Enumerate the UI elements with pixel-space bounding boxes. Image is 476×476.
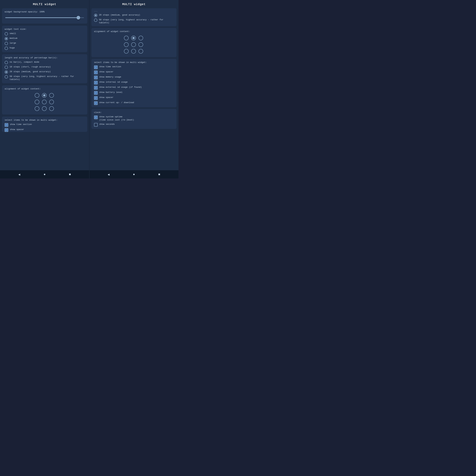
slider-fill [5,17,78,18]
chk-battery-level-box[interactable] [94,91,98,95]
slider-track [5,17,84,18]
clock-card: clock: show system uptime(time since las… [91,109,177,129]
radio-50-steps-circle[interactable] [5,75,8,79]
radio-no-bar-circle[interactable] [5,61,8,64]
chk-external-sd-box[interactable] [94,86,98,90]
right-radio-20-steps[interactable]: 20 steps (medium, good accuracy) [94,14,174,17]
chk-spacer1-right[interactable]: show spacer [94,70,174,74]
chk-system-uptime[interactable]: show system uptime(time since last (re-)… [94,115,174,121]
radio-medium-circle[interactable] [5,37,8,40]
right-back-button[interactable]: ◀ [106,171,112,177]
radio-50-steps-label: 50 steps (very long, highest accuracy - … [10,75,85,81]
chk-current-download[interactable]: show current up- / download [94,101,174,105]
right-align-r2c0[interactable] [124,49,129,53]
radio-small-label: small [10,32,16,35]
left-title: MULTI widget [2,3,87,6]
chk-spacer2-right-box[interactable] [94,96,98,100]
right-nav: ◀ ● ■ [89,170,179,178]
left-accuracy-card: length and accuracy of percentage bar(s)… [2,54,87,83]
chk-time-section-right-label: show time section [99,65,121,68]
chk-external-sd[interactable]: show external sd usage (if found) [94,86,174,90]
align-r0c1[interactable] [42,93,47,98]
chk-memory-usage-label: show memory usage [99,76,121,79]
chk-time-section-right-box[interactable] [94,66,98,69]
radio-20-steps-circle[interactable] [5,70,8,74]
right-radio-50-steps[interactable]: 50 steps (very long, highest accuracy - … [94,18,174,24]
chk-internal-sd-label: show internal sd usage [99,81,128,84]
chk-time-section-right[interactable]: show time section [94,65,174,69]
clock-label: clock: [94,111,174,114]
right-align-r2c1[interactable] [131,49,136,53]
right-align-r2c2[interactable] [138,49,143,53]
align-r1c1[interactable] [42,100,47,104]
chk-show-seconds[interactable]: show seconds [94,123,174,127]
right-align-r0c2[interactable] [138,36,143,40]
right-recents-button[interactable]: ■ [156,171,162,177]
text-size-label: widget text size: [5,28,85,30]
radio-huge[interactable]: huge [5,47,85,50]
align-r2c1[interactable] [42,106,47,111]
align-r1c0[interactable] [35,100,39,104]
radio-50-steps[interactable]: 50 steps (very long, highest accuracy - … [5,75,85,81]
left-home-button[interactable]: ● [42,171,48,177]
chk-battery-level[interactable]: show battery level [94,91,174,95]
radio-no-bar-label: no bar(s), compact mode [10,61,39,64]
left-recents-button[interactable]: ■ [67,171,73,177]
align-r2c2[interactable] [49,106,54,111]
radio-large[interactable]: large [5,42,85,45]
nav-bar: ◀ ● ■ ◀ ● ■ [0,170,178,178]
chk-system-uptime-box[interactable] [94,116,98,119]
left-items-checkbox-group: show time section show spacer [5,123,85,132]
chk-show-seconds-label: show seconds [99,123,115,126]
radio-medium[interactable]: medium [5,37,85,40]
right-items-card: select items to be shown in multi widget… [91,59,177,107]
chk-spacer1-right-label: show spacer [99,70,114,73]
opacity-slider-container[interactable] [5,15,85,21]
right-alignment-label: alignment of widget content: [94,30,174,33]
chk-internal-sd-box[interactable] [94,81,98,85]
right-radio-20-steps-circle[interactable] [94,14,97,17]
align-r0c2[interactable] [49,93,54,98]
clock-checkbox-group: show system uptime(time since last (re-)… [94,115,174,126]
radio-20-steps[interactable]: 20 steps (medium, good accuracy) [5,70,85,74]
chk-memory-usage-box[interactable] [94,76,98,79]
chk-show-seconds-box[interactable] [94,123,98,127]
chk-battery-level-label: show battery level [99,91,122,94]
slider-thumb[interactable] [77,16,80,19]
chk-spacer1-right-box[interactable] [94,70,98,74]
radio-small-circle[interactable] [5,32,8,35]
align-r0c0[interactable] [35,93,39,98]
left-accuracy-radio-group: no bar(s), compact mode 10 steps (short,… [5,61,85,81]
radio-no-bar[interactable]: no bar(s), compact mode [5,61,85,64]
chk-current-download-box[interactable] [94,101,98,105]
chk-time-section-left-box[interactable] [5,123,8,127]
radio-small[interactable]: small [5,32,85,35]
radio-large-label: large [10,42,16,45]
right-align-r0c1[interactable] [131,36,136,40]
left-alignment-card: alignment of widget content: [2,85,87,115]
right-align-r0c0[interactable] [124,36,129,40]
radio-huge-circle[interactable] [5,47,8,50]
right-items-checkbox-group: show time section show spacer show memor… [94,65,174,105]
chk-spacer2-right[interactable]: show spacer [94,96,174,100]
right-truncated-top: ... 20 steps (medium, good accuracy) 50 … [91,8,177,26]
chk-time-section-left-label: show time section [10,123,32,126]
right-radio-20-steps-label: 20 steps (medium, good accuracy) [99,14,140,17]
right-align-r1c2[interactable] [138,42,143,47]
right-home-button[interactable]: ● [131,171,137,177]
radio-large-circle[interactable] [5,42,8,45]
chk-memory-usage[interactable]: show memory usage [94,76,174,79]
align-r2c0[interactable] [35,106,39,111]
left-back-button[interactable]: ◀ [16,171,22,177]
chk-spacer1-left-box[interactable] [5,128,8,132]
align-r1c2[interactable] [49,100,54,104]
right-align-r1c0[interactable] [124,42,129,47]
radio-10-steps[interactable]: 10 steps (short, rough accuracy) [5,66,85,69]
chk-internal-sd[interactable]: show internal sd usage [94,81,174,85]
right-radio-50-steps-circle[interactable] [94,18,97,22]
radio-10-steps-circle[interactable] [5,66,8,69]
radio-20-steps-label: 20 steps (medium, good accuracy) [10,70,51,73]
chk-time-section-left[interactable]: show time section [5,123,85,127]
chk-spacer1-left[interactable]: show spacer [5,128,85,132]
right-align-r1c1[interactable] [131,42,136,47]
